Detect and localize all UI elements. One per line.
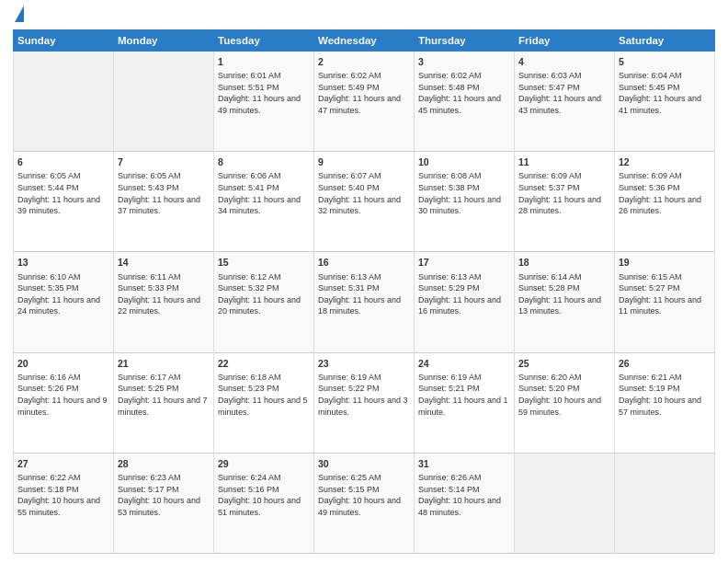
calendar-week-row: 1Sunrise: 6:01 AM Sunset: 5:51 PM Daylig… [14, 52, 715, 152]
calendar-cell: 20Sunrise: 6:16 AM Sunset: 5:26 PM Dayli… [14, 352, 114, 453]
day-number: 10 [418, 155, 510, 168]
calendar-cell: 6Sunrise: 6:05 AM Sunset: 5:44 PM Daylig… [14, 152, 114, 252]
day-info: Sunrise: 6:26 AM Sunset: 5:14 PM Dayligh… [418, 472, 510, 518]
day-info: Sunrise: 6:04 AM Sunset: 5:45 PM Dayligh… [619, 70, 711, 116]
calendar-header: SundayMondayTuesdayWednesdayThursdayFrid… [14, 30, 715, 52]
day-info: Sunrise: 6:19 AM Sunset: 5:22 PM Dayligh… [318, 372, 410, 418]
day-number: 16 [318, 256, 410, 269]
calendar-cell: 7Sunrise: 6:05 AM Sunset: 5:43 PM Daylig… [114, 152, 214, 252]
calendar-cell: 28Sunrise: 6:23 AM Sunset: 5:17 PM Dayli… [114, 453, 214, 553]
day-info: Sunrise: 6:24 AM Sunset: 5:16 PM Dayligh… [218, 472, 310, 518]
day-number: 11 [518, 155, 610, 168]
logo-triangle-icon [15, 6, 24, 22]
day-info: Sunrise: 6:20 AM Sunset: 5:20 PM Dayligh… [518, 372, 610, 418]
day-info: Sunrise: 6:05 AM Sunset: 5:43 PM Dayligh… [118, 170, 210, 216]
day-info: Sunrise: 6:18 AM Sunset: 5:23 PM Dayligh… [218, 372, 310, 418]
day-number: 3 [418, 55, 510, 68]
day-number: 15 [218, 256, 310, 269]
calendar-cell: 26Sunrise: 6:21 AM Sunset: 5:19 PM Dayli… [615, 352, 715, 453]
day-info: Sunrise: 6:09 AM Sunset: 5:37 PM Dayligh… [518, 170, 610, 216]
day-number: 24 [418, 357, 510, 370]
day-number: 12 [619, 155, 711, 168]
calendar-cell: 11Sunrise: 6:09 AM Sunset: 5:37 PM Dayli… [515, 152, 615, 252]
calendar-cell: 16Sunrise: 6:13 AM Sunset: 5:31 PM Dayli… [314, 252, 415, 352]
day-info: Sunrise: 6:13 AM Sunset: 5:31 PM Dayligh… [318, 271, 410, 317]
day-info: Sunrise: 6:01 AM Sunset: 5:51 PM Dayligh… [218, 70, 310, 116]
calendar-table: SundayMondayTuesdayWednesdayThursdayFrid… [13, 29, 715, 554]
day-number: 5 [619, 55, 711, 68]
calendar-cell: 1Sunrise: 6:01 AM Sunset: 5:51 PM Daylig… [214, 52, 314, 152]
calendar-cell: 18Sunrise: 6:14 AM Sunset: 5:28 PM Dayli… [515, 252, 615, 352]
calendar-cell: 17Sunrise: 6:13 AM Sunset: 5:29 PM Dayli… [415, 252, 515, 352]
day-number: 18 [518, 256, 610, 269]
day-number: 28 [118, 457, 210, 470]
calendar-cell: 8Sunrise: 6:06 AM Sunset: 5:41 PM Daylig… [214, 152, 314, 252]
day-of-week-header: Tuesday [214, 30, 314, 52]
calendar-cell: 24Sunrise: 6:19 AM Sunset: 5:21 PM Dayli… [415, 352, 515, 453]
day-info: Sunrise: 6:07 AM Sunset: 5:40 PM Dayligh… [318, 170, 410, 216]
day-info: Sunrise: 6:12 AM Sunset: 5:32 PM Dayligh… [218, 271, 310, 317]
day-number: 4 [518, 55, 610, 68]
calendar-cell: 29Sunrise: 6:24 AM Sunset: 5:16 PM Dayli… [214, 453, 314, 553]
day-info: Sunrise: 6:15 AM Sunset: 5:27 PM Dayligh… [619, 271, 711, 317]
page: SundayMondayTuesdayWednesdayThursdayFrid… [0, 0, 728, 563]
calendar-cell: 27Sunrise: 6:22 AM Sunset: 5:18 PM Dayli… [14, 453, 114, 553]
day-of-week-header: Friday [515, 30, 615, 52]
calendar-cell: 2Sunrise: 6:02 AM Sunset: 5:49 PM Daylig… [314, 52, 415, 152]
day-number: 9 [318, 155, 410, 168]
day-info: Sunrise: 6:21 AM Sunset: 5:19 PM Dayligh… [619, 372, 711, 418]
calendar-cell: 14Sunrise: 6:11 AM Sunset: 5:33 PM Dayli… [114, 252, 214, 352]
day-info: Sunrise: 6:09 AM Sunset: 5:36 PM Dayligh… [619, 170, 711, 216]
day-info: Sunrise: 6:25 AM Sunset: 5:15 PM Dayligh… [318, 472, 410, 518]
day-info: Sunrise: 6:08 AM Sunset: 5:38 PM Dayligh… [418, 170, 510, 216]
day-info: Sunrise: 6:02 AM Sunset: 5:48 PM Dayligh… [418, 70, 510, 116]
calendar-cell [515, 453, 615, 553]
calendar-cell: 25Sunrise: 6:20 AM Sunset: 5:20 PM Dayli… [515, 352, 615, 453]
day-info: Sunrise: 6:13 AM Sunset: 5:29 PM Dayligh… [418, 271, 510, 317]
day-number: 7 [118, 155, 210, 168]
calendar-week-row: 20Sunrise: 6:16 AM Sunset: 5:26 PM Dayli… [14, 352, 715, 453]
day-number: 30 [318, 457, 410, 470]
day-of-week-header: Monday [114, 30, 214, 52]
day-number: 2 [318, 55, 410, 68]
calendar-cell [615, 453, 715, 553]
day-number: 6 [17, 155, 109, 168]
day-info: Sunrise: 6:22 AM Sunset: 5:18 PM Dayligh… [17, 472, 109, 518]
calendar-cell: 19Sunrise: 6:15 AM Sunset: 5:27 PM Dayli… [615, 252, 715, 352]
logo [13, 9, 24, 22]
calendar-cell: 4Sunrise: 6:03 AM Sunset: 5:47 PM Daylig… [515, 52, 615, 152]
calendar-cell: 9Sunrise: 6:07 AM Sunset: 5:40 PM Daylig… [314, 152, 415, 252]
calendar-cell: 15Sunrise: 6:12 AM Sunset: 5:32 PM Dayli… [214, 252, 314, 352]
calendar-cell: 22Sunrise: 6:18 AM Sunset: 5:23 PM Dayli… [214, 352, 314, 453]
day-of-week-header: Wednesday [314, 30, 415, 52]
day-info: Sunrise: 6:17 AM Sunset: 5:25 PM Dayligh… [118, 372, 210, 418]
calendar-cell: 23Sunrise: 6:19 AM Sunset: 5:22 PM Dayli… [314, 352, 415, 453]
header-row: SundayMondayTuesdayWednesdayThursdayFrid… [14, 30, 715, 52]
day-number: 27 [17, 457, 109, 470]
day-info: Sunrise: 6:10 AM Sunset: 5:35 PM Dayligh… [17, 271, 109, 317]
calendar-cell: 3Sunrise: 6:02 AM Sunset: 5:48 PM Daylig… [415, 52, 515, 152]
day-of-week-header: Sunday [14, 30, 114, 52]
day-number: 20 [17, 357, 109, 370]
calendar-cell: 5Sunrise: 6:04 AM Sunset: 5:45 PM Daylig… [615, 52, 715, 152]
calendar-week-row: 27Sunrise: 6:22 AM Sunset: 5:18 PM Dayli… [14, 453, 715, 553]
day-info: Sunrise: 6:02 AM Sunset: 5:49 PM Dayligh… [318, 70, 410, 116]
day-info: Sunrise: 6:06 AM Sunset: 5:41 PM Dayligh… [218, 170, 310, 216]
calendar-cell: 12Sunrise: 6:09 AM Sunset: 5:36 PM Dayli… [615, 152, 715, 252]
day-info: Sunrise: 6:19 AM Sunset: 5:21 PM Dayligh… [418, 372, 510, 418]
day-number: 8 [218, 155, 310, 168]
calendar-cell: 31Sunrise: 6:26 AM Sunset: 5:14 PM Dayli… [415, 453, 515, 553]
day-number: 1 [218, 55, 310, 68]
calendar-week-row: 13Sunrise: 6:10 AM Sunset: 5:35 PM Dayli… [14, 252, 715, 352]
day-number: 19 [619, 256, 711, 269]
day-number: 13 [17, 256, 109, 269]
day-info: Sunrise: 6:05 AM Sunset: 5:44 PM Dayligh… [17, 170, 109, 216]
day-number: 17 [418, 256, 510, 269]
header [13, 9, 715, 22]
calendar-week-row: 6Sunrise: 6:05 AM Sunset: 5:44 PM Daylig… [14, 152, 715, 252]
day-number: 26 [619, 357, 711, 370]
calendar-body: 1Sunrise: 6:01 AM Sunset: 5:51 PM Daylig… [14, 52, 715, 554]
day-info: Sunrise: 6:03 AM Sunset: 5:47 PM Dayligh… [518, 70, 610, 116]
calendar-cell: 30Sunrise: 6:25 AM Sunset: 5:15 PM Dayli… [314, 453, 415, 553]
calendar-cell: 13Sunrise: 6:10 AM Sunset: 5:35 PM Dayli… [14, 252, 114, 352]
